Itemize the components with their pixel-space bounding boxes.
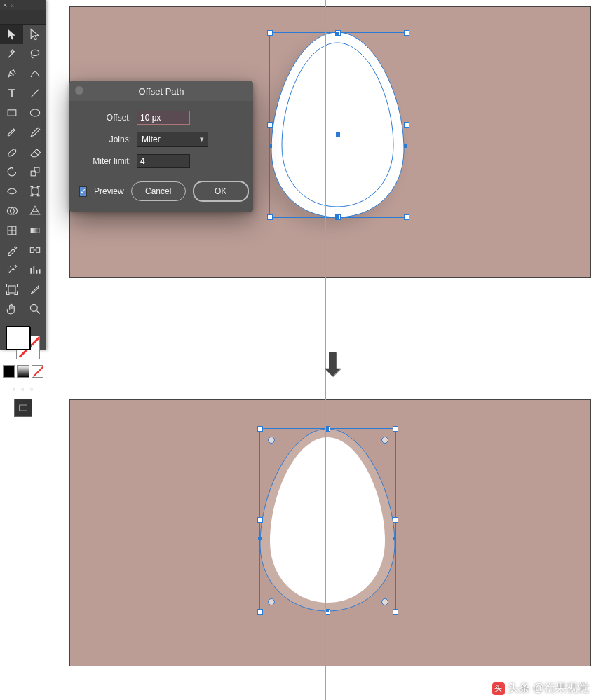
- artboard-bottom[interactable]: [69, 399, 591, 666]
- ok-button[interactable]: OK: [193, 181, 249, 202]
- panel-chevron-icon[interactable]: «: [10, 1, 14, 9]
- joins-value: Miter: [142, 135, 161, 144]
- selection-bounding-box[interactable]: [269, 32, 407, 218]
- h2-ml[interactable]: [257, 517, 263, 523]
- svg-point-2: [30, 109, 39, 116]
- h2-br[interactable]: [393, 609, 398, 615]
- svg-point-13: [30, 304, 37, 311]
- joins-select[interactable]: Miter: [137, 132, 208, 147]
- live-corner-br[interactable]: [381, 598, 388, 605]
- center-point[interactable]: [336, 132, 340, 137]
- handle-br[interactable]: [404, 214, 409, 220]
- pencil-tool[interactable]: [23, 123, 46, 142]
- svg-point-0: [31, 50, 39, 55]
- h2-mr[interactable]: [393, 517, 398, 523]
- shape-builder-tool[interactable]: [0, 201, 23, 221]
- joins-label: Joins:: [79, 135, 137, 144]
- pen-tool[interactable]: [0, 64, 23, 83]
- gradient-tool[interactable]: [23, 221, 46, 240]
- selection-tool[interactable]: [0, 25, 23, 44]
- symbol-sprayer-tool[interactable]: [0, 260, 23, 280]
- handle-ml[interactable]: [267, 122, 273, 128]
- eraser-tool[interactable]: [23, 142, 46, 162]
- panel-tabbar: [0, 10, 46, 25]
- watermark-handle: @衍果视觉: [533, 681, 589, 696]
- color-mode-none[interactable]: [32, 365, 43, 378]
- page: ⬇ × «: [0, 0, 596, 700]
- perspective-tool[interactable]: [23, 201, 46, 221]
- fill-stroke-indicator[interactable]: [6, 326, 40, 359]
- svg-rect-12: [8, 286, 15, 293]
- svg-rect-9: [31, 228, 39, 233]
- svg-rect-14: [20, 405, 27, 411]
- live-corner-tl[interactable]: [268, 437, 275, 444]
- dialog-titlebar[interactable]: Offset Path: [69, 81, 253, 101]
- offset-path-dialog: Offset Path Offset: Joins: Miter Miter l…: [69, 81, 253, 212]
- h2-tl[interactable]: [257, 426, 263, 432]
- anchor-left[interactable]: [269, 144, 272, 148]
- magic-wand-tool[interactable]: [0, 44, 23, 64]
- line-tool[interactable]: [23, 83, 46, 103]
- preview-checkbox[interactable]: ✓: [79, 186, 87, 197]
- rotate-tool[interactable]: [0, 162, 23, 181]
- a2-right[interactable]: [393, 537, 396, 540]
- offset-input[interactable]: [137, 111, 190, 125]
- a2-left[interactable]: [258, 537, 262, 540]
- watermark-prefix: 头条: [508, 681, 530, 696]
- paintbrush-tool[interactable]: [0, 123, 23, 142]
- dialog-close-icon[interactable]: [75, 86, 83, 95]
- watermark: 头 头条 @衍果视觉: [492, 681, 589, 696]
- slice-tool[interactable]: [23, 280, 46, 299]
- blend-tool[interactable]: [23, 240, 46, 260]
- hand-tool[interactable]: [0, 299, 23, 319]
- handle-mr[interactable]: [404, 122, 409, 128]
- live-corner-bl[interactable]: [268, 598, 275, 605]
- color-mode-solid[interactable]: [3, 365, 15, 378]
- anchor-right[interactable]: [404, 144, 407, 148]
- cancel-button[interactable]: Cancel: [131, 181, 186, 201]
- zoom-tool[interactable]: [23, 299, 46, 319]
- column-graph-tool[interactable]: [23, 260, 46, 280]
- width-tool[interactable]: [0, 181, 23, 201]
- handle-bl[interactable]: [267, 214, 273, 220]
- arrow-down-icon: ⬇: [319, 348, 346, 380]
- dialog-title: Offset Path: [139, 86, 184, 97]
- svg-rect-3: [31, 171, 36, 176]
- live-corner-tr[interactable]: [381, 437, 388, 444]
- direct-selection-tool[interactable]: [23, 25, 46, 44]
- draw-mode-buttons[interactable]: ◦ ◦ ◦: [3, 382, 43, 394]
- type-tool[interactable]: [0, 83, 23, 103]
- swatch-area: ◦ ◦ ◦: [0, 319, 46, 424]
- watermark-icon: 头: [492, 682, 505, 695]
- ellipse-tool[interactable]: [23, 103, 46, 123]
- screen-mode-button[interactable]: [14, 399, 32, 417]
- anchor-bottom[interactable]: [336, 215, 339, 219]
- anchor-top[interactable]: [336, 32, 339, 35]
- blob-brush-tool[interactable]: [0, 142, 23, 162]
- svg-rect-4: [34, 167, 39, 172]
- color-mode-gradient[interactable]: [17, 365, 29, 378]
- selection-bounding-box-2[interactable]: [259, 428, 396, 612]
- offset-label: Offset:: [79, 113, 137, 123]
- panel-header[interactable]: × «: [0, 0, 46, 10]
- lasso-tool[interactable]: [23, 44, 46, 64]
- handle-tr[interactable]: [404, 30, 409, 36]
- free-transform-tool[interactable]: [23, 181, 46, 201]
- svg-rect-1: [8, 110, 16, 116]
- miter-input[interactable]: [137, 154, 190, 168]
- svg-rect-11: [36, 248, 39, 253]
- tools-panel: × «: [0, 0, 46, 350]
- tool-grid: [0, 25, 46, 319]
- miter-label: Miter limit:: [79, 156, 137, 166]
- h2-bl[interactable]: [257, 609, 263, 615]
- panel-close-icon[interactable]: ×: [3, 1, 7, 9]
- curvature-tool[interactable]: [23, 64, 46, 83]
- mesh-tool[interactable]: [0, 221, 23, 240]
- artboard-tool[interactable]: [0, 280, 23, 299]
- handle-tl[interactable]: [267, 30, 273, 36]
- h2-tr[interactable]: [393, 426, 398, 432]
- eyedropper-tool[interactable]: [0, 240, 23, 260]
- rectangle-tool[interactable]: [0, 103, 23, 123]
- fill-swatch[interactable]: [6, 326, 30, 350]
- scale-tool[interactable]: [23, 162, 46, 181]
